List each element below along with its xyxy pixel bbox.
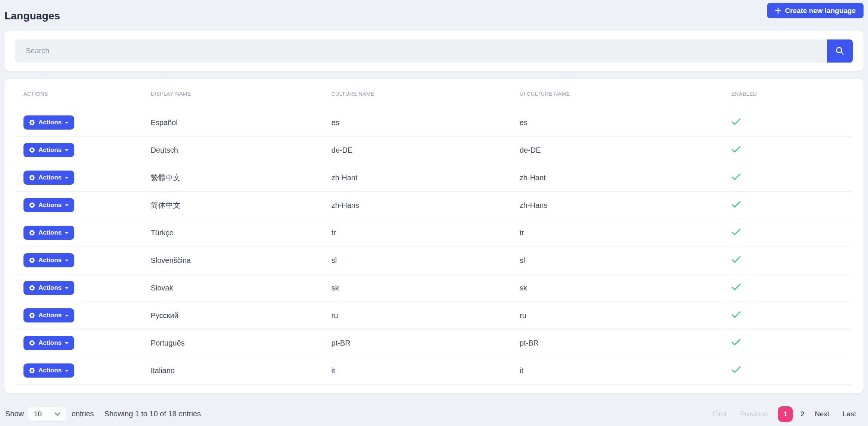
search-input[interactable]: [15, 39, 827, 63]
actions-cell: Actions: [16, 302, 143, 329]
page-size-controls: Show 10 entries Showing 1 to 10 of 18 en…: [5, 407, 201, 422]
gear-icon: [29, 120, 35, 125]
row-actions-button[interactable]: Actions: [23, 171, 74, 185]
row-actions-label: Actions: [38, 174, 61, 181]
chevron-down-icon: [54, 412, 60, 416]
create-new-language-label: Create new language: [785, 7, 856, 15]
display-name-cell: Türkçe: [143, 219, 323, 247]
enabled-check-icon: [731, 311, 741, 318]
column-header-culture-name: CULTURE NAME: [324, 79, 512, 109]
entries-summary: Showing 1 to 10 of 18 entries: [104, 410, 201, 418]
page-header: Languages Create new language: [4, 0, 864, 31]
search-button[interactable]: [827, 39, 853, 63]
table-row: Actions Português pt-BR pt-BR: [16, 329, 852, 357]
pagination-first[interactable]: First: [706, 410, 734, 418]
display-name-cell: Español: [143, 109, 323, 136]
actions-cell: Actions: [16, 191, 143, 219]
gear-icon: [29, 175, 35, 181]
display-name-cell: Slovak: [143, 274, 323, 302]
search-card: [4, 31, 864, 71]
enabled-cell: [723, 191, 852, 219]
row-actions-button[interactable]: Actions: [23, 308, 74, 322]
actions-cell: Actions: [16, 219, 143, 247]
ui-culture-name-cell: sl: [512, 247, 723, 274]
pagination-next[interactable]: Next: [808, 410, 836, 418]
pagination-last[interactable]: Last: [836, 410, 863, 418]
row-actions-button[interactable]: Actions: [23, 115, 74, 130]
pagination: First Previous 1 2 Next Last: [706, 406, 863, 422]
caret-down-icon: [65, 149, 69, 151]
culture-name-cell: ru: [324, 302, 512, 329]
enabled-cell: [723, 274, 852, 302]
column-header-enabled: ENABLED: [723, 79, 852, 109]
culture-name-cell: it: [324, 357, 512, 384]
caret-down-icon: [65, 122, 69, 124]
column-header-ui-culture-name: UI CULTURE NAME: [512, 79, 723, 109]
page-size-select[interactable]: 10: [28, 407, 66, 422]
enabled-cell: [723, 357, 852, 384]
actions-cell: Actions: [16, 136, 143, 164]
caret-down-icon: [65, 232, 69, 234]
row-actions-label: Actions: [38, 257, 61, 264]
table-row: Actions Slovak sk sk: [16, 274, 852, 302]
row-actions-button[interactable]: Actions: [23, 143, 74, 157]
page-title: Languages: [4, 10, 60, 22]
table-row: Actions Italiano it it: [16, 357, 852, 384]
show-label: Show: [5, 410, 24, 418]
ui-culture-name-cell: zh-Hant: [512, 164, 723, 191]
enabled-check-icon: [731, 283, 741, 291]
ui-culture-name-cell: de-DE: [512, 136, 723, 164]
pagination-previous[interactable]: Previous: [734, 410, 774, 418]
display-name-cell: Русский: [143, 302, 323, 329]
display-name-cell: 繁體中文: [143, 164, 323, 191]
row-actions-button[interactable]: Actions: [23, 363, 74, 378]
ui-culture-name-cell: ru: [512, 302, 723, 329]
display-name-cell: Slovenščina: [143, 247, 323, 274]
table-row: Actions 繁體中文 zh-Hant zh-Hant: [16, 164, 852, 191]
table-row: Actions 简体中文 zh-Hans zh-Hans: [16, 191, 852, 219]
pagination-page-2[interactable]: 2: [796, 410, 808, 418]
plus-icon: [775, 7, 781, 14]
caret-down-icon: [65, 287, 69, 289]
enabled-cell: [723, 302, 852, 329]
enabled-check-icon: [731, 256, 741, 263]
row-actions-button[interactable]: Actions: [23, 253, 74, 267]
ui-culture-name-cell: es: [512, 109, 723, 136]
actions-cell: Actions: [16, 357, 143, 384]
enabled-cell: [723, 219, 852, 247]
pagination-page-1[interactable]: 1: [778, 406, 793, 422]
row-actions-label: Actions: [38, 201, 61, 209]
actions-cell: Actions: [16, 274, 143, 302]
enabled-check-icon: [731, 338, 741, 346]
page-size-value: 10: [34, 410, 42, 418]
culture-name-cell: pt-BR: [324, 329, 512, 357]
caret-down-icon: [65, 204, 69, 206]
caret-down-icon: [65, 315, 69, 317]
create-new-language-button[interactable]: Create new language: [767, 3, 864, 18]
actions-cell: Actions: [16, 109, 143, 136]
row-actions-label: Actions: [38, 312, 61, 319]
culture-name-cell: zh-Hans: [324, 191, 512, 219]
enabled-cell: [723, 329, 852, 357]
gear-icon: [29, 147, 35, 153]
culture-name-cell: zh-Hant: [324, 164, 512, 191]
row-actions-button[interactable]: Actions: [23, 226, 74, 240]
gear-icon: [29, 257, 35, 263]
caret-down-icon: [65, 260, 69, 261]
enabled-cell: [723, 247, 852, 274]
culture-name-cell: tr: [324, 219, 512, 247]
gear-icon: [29, 202, 35, 208]
ui-culture-name-cell: sk: [512, 274, 723, 302]
ui-culture-name-cell: it: [512, 357, 723, 384]
row-actions-button[interactable]: Actions: [23, 198, 74, 212]
row-actions-label: Actions: [38, 119, 61, 126]
actions-cell: Actions: [16, 329, 143, 357]
row-actions-label: Actions: [38, 339, 61, 347]
row-actions-label: Actions: [38, 284, 61, 292]
gear-icon: [29, 285, 35, 291]
row-actions-button[interactable]: Actions: [23, 281, 74, 295]
row-actions-button[interactable]: Actions: [23, 336, 74, 350]
enabled-cell: [723, 164, 852, 191]
caret-down-icon: [65, 342, 69, 344]
table-row: Actions Español es es: [16, 109, 852, 136]
